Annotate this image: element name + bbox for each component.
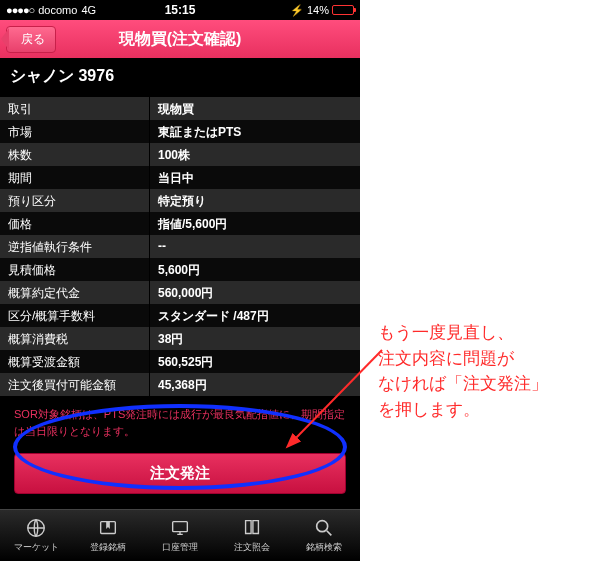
row-value: 特定預り (150, 189, 360, 212)
row-value: 100株 (150, 143, 360, 166)
bookmark-icon (97, 517, 119, 539)
charging-icon: ⚡ (290, 4, 304, 17)
tab-label: マーケット (14, 541, 59, 554)
sor-note: SOR対象銘柄は、PTS発注時には成行が最良気配指値に、期間指定は当日限りとなり… (0, 396, 360, 445)
row-label: 区分/概算手数料 (0, 304, 150, 327)
globe-icon (25, 517, 47, 539)
network-label: 4G (81, 4, 96, 16)
tab-label: 注文照会 (234, 541, 270, 554)
row-value: 現物買 (150, 97, 360, 120)
stock-name: シャノン 3976 (0, 58, 360, 97)
annotation-line: を押します。 (378, 397, 548, 423)
row-value: 5,600円 (150, 258, 360, 281)
row-label: 概算受渡金額 (0, 350, 150, 373)
annotation-line: 注文内容に問題が (378, 346, 548, 372)
annotation-line: なければ「注文発注」 (378, 371, 548, 397)
table-row: 逆指値執行条件-- (0, 235, 360, 258)
table-row: 注文後買付可能金額45,368円 (0, 373, 360, 396)
tab-market[interactable]: マーケット (0, 510, 72, 561)
table-row: 区分/概算手数料スタンダード /487円 (0, 304, 360, 327)
row-value: 560,000円 (150, 281, 360, 304)
battery-icon (332, 5, 354, 15)
row-label: 取引 (0, 97, 150, 120)
tab-label: 登録銘柄 (90, 541, 126, 554)
svg-point-3 (317, 521, 328, 532)
nav-header: 戻る 現物買(注文確認) (0, 20, 360, 58)
carrier-label: docomo (38, 4, 77, 16)
row-label: 価格 (0, 212, 150, 235)
row-label: 概算消費税 (0, 327, 150, 350)
search-icon (313, 517, 335, 539)
table-row: 概算受渡金額560,525円 (0, 350, 360, 373)
tab-label: 口座管理 (162, 541, 198, 554)
table-row: 市場東証またはPTS (0, 120, 360, 143)
row-label: 市場 (0, 120, 150, 143)
page-title: 現物買(注文確認) (119, 29, 242, 50)
bottom-tabbar: マーケット 登録銘柄 口座管理 注文照会 銘柄検索 (0, 509, 360, 561)
tab-label: 銘柄検索 (306, 541, 342, 554)
row-label: 注文後買付可能金額 (0, 373, 150, 396)
battery-percent: 14% (307, 4, 329, 16)
table-row: 価格指値/5,600円 (0, 212, 360, 235)
signal-dots: ●●●●○ (6, 4, 34, 16)
row-label: 逆指値執行条件 (0, 235, 150, 258)
row-value: スタンダード /487円 (150, 304, 360, 327)
row-value: 東証またはPTS (150, 120, 360, 143)
book-icon (241, 517, 263, 539)
status-bar: ●●●●○ docomo 4G 15:15 ⚡ 14% (0, 0, 360, 20)
table-row: 見積価格5,600円 (0, 258, 360, 281)
tab-watchlist[interactable]: 登録銘柄 (72, 510, 144, 561)
row-value: 560,525円 (150, 350, 360, 373)
row-value: 38円 (150, 327, 360, 350)
svg-rect-2 (173, 522, 188, 532)
submit-order-button[interactable]: 注文発注 (14, 453, 346, 494)
row-value: 指値/5,600円 (150, 212, 360, 235)
tab-search[interactable]: 銘柄検索 (288, 510, 360, 561)
row-label: 期間 (0, 166, 150, 189)
phone-screen: ●●●●○ docomo 4G 15:15 ⚡ 14% 戻る 現物買(注文確認)… (0, 0, 360, 561)
monitor-icon (169, 517, 191, 539)
row-label: 株数 (0, 143, 150, 166)
order-details-table: 取引現物買市場東証またはPTS株数100株期間当日中預り区分特定預り価格指値/5… (0, 97, 360, 396)
row-label: 概算約定代金 (0, 281, 150, 304)
clock: 15:15 (165, 3, 196, 17)
row-value: -- (150, 235, 360, 258)
tab-orders[interactable]: 注文照会 (216, 510, 288, 561)
table-row: 概算消費税38円 (0, 327, 360, 350)
table-row: 期間当日中 (0, 166, 360, 189)
annotation-line: もう一度見直し、 (378, 320, 548, 346)
table-row: 概算約定代金560,000円 (0, 281, 360, 304)
annotation-text: もう一度見直し、注文内容に問題がなければ「注文発注」を押します。 (378, 320, 548, 422)
row-value: 当日中 (150, 166, 360, 189)
row-value: 45,368円 (150, 373, 360, 396)
back-button[interactable]: 戻る (6, 26, 56, 53)
table-row: 株数100株 (0, 143, 360, 166)
table-row: 預り区分特定預り (0, 189, 360, 212)
table-row: 取引現物買 (0, 97, 360, 120)
row-label: 預り区分 (0, 189, 150, 212)
row-label: 見積価格 (0, 258, 150, 281)
tab-account[interactable]: 口座管理 (144, 510, 216, 561)
